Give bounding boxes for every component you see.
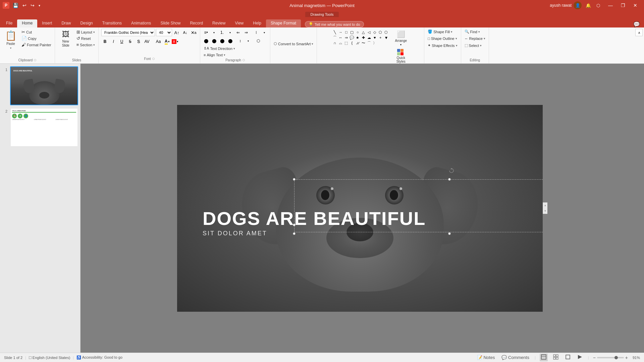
handle-top-center[interactable] [448, 178, 451, 181]
paragraph-expand[interactable]: ⬡ [243, 59, 245, 62]
slide-thumb-1[interactable]: DOGS ARE BEAUTIFUL [10, 66, 78, 105]
italic-button[interactable]: I [110, 38, 117, 45]
font-color-button[interactable]: A [165, 39, 168, 45]
paste-dropdown[interactable]: ▾ [10, 47, 11, 50]
align-text-button[interactable]: ≡ Align Text ▾ [202, 52, 227, 58]
tab-shape-format[interactable]: Shape Format [266, 19, 301, 27]
wave-shape[interactable]: 〜 [361, 40, 366, 46]
clipboard-expand[interactable]: ⬡ [34, 59, 36, 62]
tab-review[interactable]: Review [208, 19, 230, 27]
uppercase-button[interactable]: Aa [155, 38, 162, 45]
double-arrow[interactable]: ↔ [338, 35, 343, 40]
heart-shape[interactable]: ♥ [372, 35, 377, 40]
rotate-handle[interactable] [449, 168, 454, 174]
reading-view-button[interactable] [564, 354, 572, 361]
cut-button[interactable]: ✂ Cut [20, 29, 53, 35]
tab-record[interactable]: Record [185, 19, 208, 27]
chevron-shape[interactable]: 〉 [372, 40, 377, 46]
zoom-out-button[interactable]: − [593, 355, 596, 360]
font-size-select[interactable]: 40 [156, 29, 172, 36]
strikethrough-button[interactable]: S̶ [126, 38, 134, 45]
customize-button[interactable]: ▾ [37, 2, 42, 9]
user-avatar[interactable]: 👤 [574, 1, 582, 9]
chord-shape[interactable]: ⌓ [338, 40, 343, 46]
layout-button[interactable]: ⊞ Layout ▾ [75, 29, 96, 35]
triangle-shape[interactable]: △ [361, 29, 366, 35]
hex-shape[interactable]: ⬡ [383, 29, 389, 35]
arc-shape[interactable]: ∩ [332, 40, 337, 46]
shape-outline-button[interactable]: □ Shape Outline ▾ [426, 36, 458, 41]
line-spacing-button[interactable]: ↕ [236, 37, 244, 45]
char-spacing-button[interactable]: AV [143, 38, 151, 45]
cross-shape[interactable]: ✚ [361, 35, 366, 40]
ribbon-collapse-button[interactable]: ∧ [635, 29, 643, 36]
rtriangle-shape[interactable]: ◁ [366, 29, 372, 35]
comments-button[interactable]: 💬 Comments [500, 354, 530, 361]
font-name-select[interactable]: Franklin Gothic Demi (Hea [101, 29, 155, 36]
share-button[interactable]: ⬡ [595, 2, 601, 9]
handle-top-left[interactable] [293, 178, 296, 181]
more-shapes[interactable]: ▾ [383, 35, 389, 40]
slide-canvas[interactable]: DOGS ARE BEAUTIFUL SIT DOLOR AMET [177, 105, 543, 312]
line-shape[interactable]: ╲ [332, 29, 337, 35]
curve-shape[interactable]: ⌒ [332, 35, 337, 40]
slide-sorter-button[interactable] [552, 354, 560, 361]
maximize-button[interactable]: ❐ [617, 1, 629, 9]
line-spacing-dropdown[interactable]: ▾ [245, 37, 252, 45]
rect-shape[interactable]: □ [343, 29, 349, 35]
justify-button[interactable]: ⬤ [226, 37, 234, 45]
replace-button[interactable]: ↔ Replace ▾ [463, 36, 487, 41]
align-left-button[interactable]: ⬤ [202, 37, 210, 45]
arrow-shape[interactable]: → [338, 29, 343, 35]
slide-item-2[interactable]: 2 TITLE LOREM IPSUM 🐕 ⚙ 👤 LOREM IPSUM DO… [2, 108, 78, 147]
text-direction-button[interactable]: ⇕A Text Direction ▾ [202, 46, 236, 51]
accessibility-indicator[interactable]: ♿ Accessibility: Good to go [76, 355, 122, 360]
format-painter-button[interactable]: 🖌 Format Painter [20, 42, 53, 48]
tab-file[interactable]: File [1, 19, 17, 27]
slideshow-view-button[interactable] [576, 354, 584, 361]
section-button[interactable]: ≡ Section ▾ [75, 42, 96, 48]
redo-button[interactable]: ↪ [29, 2, 36, 9]
copy-button[interactable]: 📄 Copy [20, 35, 53, 42]
undo-button[interactable]: ↩ [21, 2, 28, 9]
tab-slideshow[interactable]: Slide Show [156, 19, 185, 27]
minimize-button[interactable]: — [604, 1, 617, 9]
tab-help[interactable]: Help [248, 19, 266, 27]
star-shape[interactable]: ★ [355, 35, 360, 40]
notification-button[interactable]: 🔔 [584, 2, 592, 9]
numbering-button[interactable]: 1. [218, 29, 226, 36]
block-arrow[interactable]: ⇒ [343, 35, 349, 40]
outdent-button[interactable]: ⇐ [234, 29, 242, 36]
bullets-button[interactable]: ≡• [202, 29, 210, 36]
close-button[interactable]: ✕ [629, 1, 641, 9]
reset-button[interactable]: ↺ Reset [75, 35, 96, 42]
highlight-dropdown[interactable]: ▾ [177, 40, 178, 43]
tab-insert[interactable]: Insert [37, 19, 57, 27]
convert-smartart-button[interactable]: ⬡ Convert to SmartArt ▾ [272, 41, 315, 47]
cloud-shape[interactable]: ☁ [366, 35, 372, 40]
font-color-dropdown[interactable]: ▾ [168, 40, 170, 43]
frame-shape[interactable]: ⬚ [343, 40, 349, 46]
cols-button[interactable]: ⁞ [253, 29, 260, 36]
highlight-color-button[interactable]: A [172, 39, 176, 44]
font-expand[interactable]: ⬡ [152, 57, 155, 60]
diamond-shape[interactable]: ◇ [372, 29, 377, 35]
tab-animations[interactable]: Animations [126, 19, 156, 27]
tab-draw[interactable]: Draw [57, 19, 75, 27]
zoom-in-button[interactable]: + [625, 355, 628, 360]
pentagon-shape[interactable]: ⬠ [378, 29, 383, 35]
zoom-slider[interactable] [597, 357, 624, 358]
shadow-button[interactable]: S [135, 38, 142, 45]
select-button[interactable]: ⬚ Select ▾ [463, 43, 483, 48]
tab-transitions[interactable]: Transitions [98, 19, 126, 27]
increase-font-button[interactable]: A↑ [173, 29, 180, 36]
numbering-dropdown[interactable]: ▾ [226, 29, 234, 36]
notes-button[interactable]: 📝 Notes [476, 354, 496, 361]
comments-tab-icon[interactable]: 💬 [633, 21, 640, 27]
shape-effects-button[interactable]: ✦ Shape Effects ▾ [426, 43, 459, 48]
oval-shape[interactable]: ○ [355, 29, 360, 35]
align-right-button[interactable]: ⬤ [218, 37, 226, 45]
align-center-button[interactable]: ⬤ [210, 37, 218, 45]
bullets-dropdown[interactable]: ▾ [210, 29, 218, 36]
save-button[interactable]: 💾 [11, 2, 20, 9]
